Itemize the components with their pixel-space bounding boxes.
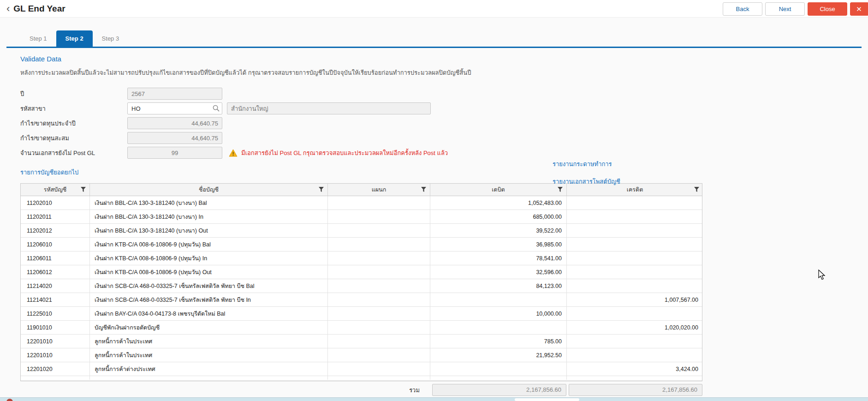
year-field bbox=[127, 88, 222, 100]
page-title: GL End Year bbox=[13, 4, 65, 14]
table-row[interactable]: 12201010 ลูกหนี้การค้าในประเทศ 785.00 bbox=[21, 335, 702, 348]
unposted-count-label: จำนวนเอกสารยังไม่ Post GL bbox=[20, 148, 127, 158]
column-header-debit[interactable]: เดบิต bbox=[430, 184, 567, 196]
cell-account-name: ลูกหนี้การค้าในประเทศ bbox=[90, 335, 328, 348]
total-label: รวม bbox=[20, 385, 430, 395]
section-heading: Validate Data bbox=[20, 55, 868, 63]
validate-form: ปี รหัสสาขา กำไร/ขาดทุนประจำปี กำไร/ขาดท… bbox=[20, 88, 868, 159]
cell-account-code: 11901010 bbox=[21, 321, 90, 334]
profit-accum-field bbox=[127, 132, 222, 144]
cell-debit: 78,541.00 bbox=[430, 251, 567, 265]
search-icon[interactable] bbox=[213, 105, 220, 112]
tab-step-3[interactable]: Step 3 bbox=[93, 30, 129, 47]
column-header-department[interactable]: แผนก bbox=[328, 184, 430, 196]
cell-debit bbox=[430, 362, 567, 376]
warning-icon bbox=[229, 149, 238, 157]
cell-debit: 785.00 bbox=[430, 335, 567, 348]
horizontal-scrollbar[interactable] bbox=[0, 397, 868, 401]
cell-account-name: เงินฝาก BAY-C/A 034-0-04173-8 เพชรบุรีตั… bbox=[90, 307, 328, 320]
filter-icon[interactable] bbox=[81, 187, 86, 192]
cell-account-code: 12201010 bbox=[21, 335, 90, 348]
cell-account-code: 11206011 bbox=[21, 251, 90, 265]
cell-department bbox=[328, 265, 430, 279]
unposted-count-field bbox=[127, 147, 222, 159]
table-row[interactable]: 11206012 เงินฝาก KTB-C/A 008-6-10806-9 (… bbox=[21, 265, 702, 279]
table-row[interactable]: 11225010 เงินฝาก BAY-C/A 034-0-04173-8 เ… bbox=[21, 307, 702, 321]
cell-department bbox=[328, 293, 430, 306]
column-header-account-name[interactable]: ชื่อบัญชี bbox=[90, 184, 328, 196]
cell-department bbox=[328, 348, 430, 362]
profit-accum-label: กำไร/ขาดทุนสะสม bbox=[20, 133, 127, 143]
cell-account-name: เงินฝาก KTB-C/A 008-6-10806-9 (ปทุมวัน) … bbox=[90, 238, 328, 251]
table-row[interactable]: 11214021 เงินฝาก SCB-C/A 468-0-03325-7 เ… bbox=[21, 293, 702, 307]
carry-forward-link[interactable]: รายการบัญชียอดยกไป bbox=[20, 168, 78, 177]
back-button[interactable]: Back bbox=[723, 2, 762, 16]
filter-icon[interactable] bbox=[319, 187, 324, 192]
table-row[interactable]: 11202012 เงินฝาก BBL-C/A 130-3-181240 (บ… bbox=[21, 224, 702, 238]
step-tab-bar: Step 1 Step 2 Step 3 bbox=[6, 30, 862, 48]
cell-account-code: 12201020 bbox=[21, 362, 90, 376]
cell-credit: 1,020,020.00 bbox=[567, 321, 702, 334]
cell-account-name: เงินฝาก BBL-C/A 130-3-181240 (บางนา) Bal bbox=[90, 196, 328, 209]
filter-icon[interactable] bbox=[694, 187, 699, 192]
cell-credit: 1,007,567.00 bbox=[567, 293, 702, 306]
cell-debit: 39,522.00 bbox=[430, 224, 567, 237]
back-chevron-icon[interactable]: ‹ bbox=[6, 4, 10, 14]
table-row[interactable]: 11206011 เงินฝาก KTB-C/A 008-6-10806-9 (… bbox=[21, 251, 702, 265]
cell-department bbox=[328, 196, 430, 209]
cell-department bbox=[328, 210, 430, 223]
unposted-warning: มีเอกสารยังไม่ Post GL กรุณาตรวจสอบและปร… bbox=[229, 148, 448, 158]
cell-account-code: 11225010 bbox=[21, 307, 90, 320]
cell-credit bbox=[567, 335, 702, 348]
total-debit-field: 2,167,856.60 bbox=[432, 384, 566, 396]
cell-department bbox=[328, 251, 430, 265]
main-content: Validate Data หลังการประมวลผลปิดสิ้นปีแล… bbox=[0, 55, 868, 396]
cell-credit bbox=[567, 210, 702, 223]
year-label: ปี bbox=[20, 89, 127, 99]
table-row[interactable]: 11206010 เงินฝาก KTB-C/A 008-6-10806-9 (… bbox=[21, 238, 702, 251]
cell-debit bbox=[430, 321, 567, 334]
scrollbar-thumb[interactable] bbox=[515, 398, 579, 401]
cell-account-code: 11214020 bbox=[21, 279, 90, 293]
close-button[interactable]: Close bbox=[808, 2, 847, 16]
cell-credit bbox=[567, 307, 702, 320]
cell-account-name: เงินฝาก BBL-C/A 130-3-181240 (บางนา) In bbox=[90, 210, 328, 223]
close-x-icon[interactable]: ✕ bbox=[850, 2, 868, 16]
table-row[interactable]: 11202011 เงินฝาก BBL-C/A 130-3-181240 (บ… bbox=[21, 210, 702, 224]
account-table: รหัสบัญชี ชื่อบัญชี แผนก เดบิต เครดิต 11… bbox=[20, 183, 702, 381]
cell-account-name: ลูกหนี้การค้าต่างประเทศ bbox=[90, 362, 328, 376]
filter-icon[interactable] bbox=[421, 187, 426, 192]
cell-debit: 36,985.00 bbox=[430, 238, 567, 251]
column-header-credit[interactable]: เครดิต bbox=[567, 184, 702, 196]
table-header: รหัสบัญชี ชื่อบัญชี แผนก เดบิต เครดิต bbox=[21, 184, 702, 196]
worksheet-report-link[interactable]: รายงานกระดาษทำการ bbox=[553, 159, 620, 169]
branch-code-input[interactable] bbox=[127, 102, 222, 114]
filter-icon[interactable] bbox=[558, 187, 563, 192]
cell-debit: 32,596.00 bbox=[430, 265, 567, 279]
table-row[interactable]: 11214020 เงินฝาก SCB-C/A 468-0-03325-7 เ… bbox=[21, 279, 702, 293]
cell-credit bbox=[567, 238, 702, 251]
next-button[interactable]: Next bbox=[765, 2, 805, 16]
table-row[interactable]: 11202010 เงินฝาก BBL-C/A 130-3-181240 (บ… bbox=[21, 196, 702, 210]
column-header-account-code[interactable]: รหัสบัญชี bbox=[21, 184, 90, 196]
tab-step-1[interactable]: Step 1 bbox=[20, 30, 56, 47]
cell-account-code: 11202010 bbox=[21, 196, 90, 209]
cell-debit: 1,052,483.00 bbox=[430, 196, 567, 209]
cell-credit bbox=[567, 279, 702, 293]
red-badge-icon bbox=[6, 399, 13, 401]
cell-department bbox=[328, 238, 430, 251]
table-row[interactable]: 11901010 บัญชีพักเงินฝากรอตัดบัญชี 1,020… bbox=[21, 321, 702, 335]
cell-department bbox=[328, 307, 430, 320]
profit-year-label: กำไร/ขาดทุนประจำปี bbox=[20, 119, 127, 128]
table-row[interactable]: 12201010 ลูกหนี้การค้าในประเทศ 21,952.50 bbox=[21, 348, 702, 362]
cell-department bbox=[328, 224, 430, 237]
tab-step-2[interactable]: Step 2 bbox=[56, 30, 93, 47]
warning-text: มีเอกสารยังไม่ Post GL กรุณาตรวจสอบและปร… bbox=[241, 148, 448, 158]
top-bar: ‹ GL End Year Back Next Close ✕ bbox=[0, 0, 868, 18]
section-description: หลังการประมวลผลปิดสิ้นปีแล้วจะไม่สามารถป… bbox=[20, 68, 528, 78]
table-row[interactable]: 12201020 ลูกหนี้การค้าต่างประเทศ 3,424.0… bbox=[21, 362, 702, 376]
branch-code-label: รหัสสาขา bbox=[20, 104, 127, 114]
cell-account-code: 12201010 bbox=[21, 348, 90, 362]
table-row-partial bbox=[21, 376, 702, 380]
cell-credit bbox=[567, 224, 702, 237]
